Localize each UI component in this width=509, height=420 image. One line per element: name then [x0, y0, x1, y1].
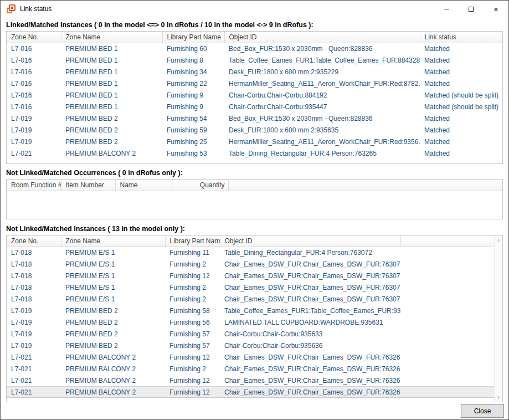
table-cell: PREMIUM BED 2	[61, 340, 165, 351]
col-object-id: Object ID	[224, 32, 420, 43]
table-cell: PREMIUM BED 2	[61, 305, 165, 316]
close-window-button[interactable]: ×	[484, 1, 508, 17]
table-cell: PREMIUM BED 2	[61, 112, 162, 124]
table-row[interactable]: L7-018PREMIUM E/S 1Furnishing 2Chair_Eam…	[7, 281, 496, 293]
table-cell: Furnishing 58	[165, 305, 220, 316]
linked-instances-heading: Linked/Matched Instances ( 0 in the mode…	[6, 21, 503, 29]
table-row[interactable]: L7-019PREMIUM BED 2Furnishing 54Bed_Box_…	[7, 112, 503, 124]
table-row[interactable]: L7-016PREMIUM BED 1Furnishing 60Bed_Box_…	[7, 43, 503, 54]
table-cell	[400, 270, 496, 281]
table-row[interactable]: L7-016PREMIUM BED 1Furnishing 9Chair-Cor…	[7, 89, 503, 101]
table-row[interactable]: L7-018PREMIUM E/S 1Furnishing 2Chair_Eam…	[7, 293, 496, 305]
table-cell: L7-018	[7, 258, 61, 270]
table-row[interactable]: L7-016PREMIUM BED 1Furnishing 22HermanMi…	[7, 78, 503, 89]
table-cell: Chair-Corbu:Chair-Corbu:935633	[220, 328, 400, 340]
table-cell: Furnishing 57	[165, 328, 220, 340]
col-name: Name	[115, 180, 172, 191]
table-cell: L7-018	[7, 270, 61, 281]
heading-text: Linked/Matched Instances (	[6, 21, 99, 29]
table-cell: Chair_Eames_DSW_FUR:Chair_Eames_DSW_FUR:…	[220, 281, 400, 293]
table-row[interactable]: L7-021PREMIUM BALCONY 2Furnishing 2Chair…	[7, 363, 496, 375]
table-cell: Chair_Eames_DSW_FUR:Chair_Eames_DSW_FUR:…	[220, 386, 400, 398]
table-row[interactable]: L7-021PREMIUM BALCONY 2Furnishing 12Chai…	[7, 375, 496, 386]
not-linked-occurrences-heading: Not Linked/Matched Occurrences ( 0 in dR…	[6, 169, 503, 177]
table-cell: Chair_Eames_DSW_FUR:Chair_Eames_DSW_FUR:…	[220, 375, 400, 386]
table-row[interactable]: L7-021PREMIUM BALCONY 2Furnishing 53Tabl…	[7, 147, 503, 159]
maximize-icon	[469, 7, 474, 12]
table-row[interactable]: L7-021PREMIUM BALCONY 2Furnishing 12Chai…	[7, 386, 496, 398]
scroll-down-icon[interactable]: ∨	[495, 393, 502, 402]
vertical-scrollbar[interactable]: ∧ ∨	[494, 235, 502, 403]
close-button[interactable]: Close	[461, 404, 504, 418]
not-linked-instances-table: Zone No. Zone Name Library Part Name Obj…	[6, 235, 503, 403]
table-cell: Table_Coffee_Eames_FUR1:Table_Coffee_Eam…	[220, 305, 400, 316]
table-cell: Furnishing 12	[165, 270, 220, 281]
table-cell: Bed_Box_FUR:1530 x 2030mm - Queen:828836	[224, 112, 420, 124]
table-cell: Furnishing 9	[162, 101, 224, 112]
table-cell: L7-019	[7, 136, 61, 147]
linked-instances-table: Zone No. Zone Name Library Part Name Obj…	[6, 31, 503, 164]
table-cell: Furnishing 53	[162, 147, 224, 159]
table-row[interactable]: L7-019PREMIUM BED 2Furnishing 57Chair-Co…	[7, 340, 496, 351]
table-cell: PREMIUM BED 1	[61, 66, 162, 78]
table-cell: PREMIUM BALCONY 2	[61, 375, 165, 386]
table-row[interactable]: L7-021PREMIUM BALCONY 2Furnishing 12Chai…	[7, 351, 496, 363]
table-cell: Bed_Box_FUR:1530 x 2030mm - Queen:828836	[224, 43, 420, 54]
table-cell: Chair_Eames_DSW_FUR:Chair_Eames_DSW_FUR:…	[220, 363, 400, 375]
not-linked-instances-heading: Not Linked/Matched Instances ( 13 in the…	[6, 225, 503, 233]
table-cell: PREMIUM BED 2	[61, 328, 165, 340]
table-header-row: Zone No. Zone Name Library Part Name Obj…	[7, 32, 503, 43]
table-cell: PREMIUM BED 2	[61, 316, 165, 328]
table-cell: PREMIUM E/S 1	[61, 293, 165, 305]
table-row[interactable]: L7-019PREMIUM BED 2Furnishing 57Chair-Co…	[7, 328, 496, 340]
table-cell	[400, 305, 496, 316]
table-cell: HermanMiller_Seating_AE11_Aeron_WorkChai…	[224, 136, 420, 147]
scroll-up-icon[interactable]: ∧	[495, 237, 502, 245]
count-drofus-only: 0	[122, 169, 126, 177]
minimize-button[interactable]	[434, 1, 459, 17]
table-cell: Chair_Eames_DSW_FUR:Chair_Eames_DSW_FUR:…	[220, 270, 400, 281]
table-cell: L7-019	[7, 124, 61, 136]
table-cell: Matched	[420, 147, 503, 159]
col-zone-name: Zone Name	[61, 32, 162, 43]
count-drofus-matched: 9	[269, 21, 273, 29]
table-cell: Matched (should be split)	[420, 89, 503, 101]
table-row[interactable]: L7-019PREMIUM BED 2Furnishing 58Table_Co…	[7, 305, 496, 316]
table-cell: PREMIUM E/S 1	[61, 281, 165, 293]
table-row[interactable]: L7-016PREMIUM BED 1Furnishing 34Desk_FUR…	[7, 66, 503, 78]
table-cell: L7-018	[7, 281, 61, 293]
table-cell: L7-019	[7, 340, 61, 351]
table-row[interactable]: L7-019PREMIUM BED 2Furnishing 59Desk_FUR…	[7, 124, 503, 136]
col-room-function: Room Function #:	[7, 180, 61, 191]
table-cell: PREMIUM BALCONY 2	[61, 351, 165, 363]
table-cell: Matched	[420, 54, 503, 66]
table-row[interactable]: L7-018PREMIUM E/S 1Furnishing 12Chair_Ea…	[7, 270, 496, 281]
table-header-row: Zone No. Zone Name Library Part Name Obj…	[7, 235, 496, 247]
col-link-status: Link status	[420, 32, 503, 43]
table-cell	[400, 375, 496, 386]
footer-bar: Close	[1, 402, 508, 419]
table-row[interactable]: L7-019PREMIUM BED 2Furnishing 25HermanMi…	[7, 136, 503, 147]
table-cell: Chair-Corbu:Chair-Corbu:935447	[224, 101, 420, 112]
table-row[interactable]: L7-018PREMIUM E/S 1Furnishing 2Chair_Eam…	[7, 258, 496, 270]
table-cell: Furnishing 56	[165, 316, 220, 328]
table-cell	[400, 293, 496, 305]
table-cell: Furnishing 57	[165, 340, 220, 351]
table-row[interactable]: L7-019PREMIUM BED 2Furnishing 56LAMINATE…	[7, 316, 496, 328]
table-row[interactable]: L7-018PREMIUM E/S 1Furnishing 11Table_Di…	[7, 247, 496, 258]
table-cell: L7-021	[7, 386, 61, 398]
table-cell: Furnishing 25	[162, 136, 224, 147]
table-cell: Furnishing 11	[165, 247, 220, 258]
table-cell: L7-018	[7, 247, 61, 258]
table-cell: Furnishing 8	[162, 54, 224, 66]
table-row[interactable]: L7-016PREMIUM BED 1Furnishing 9Chair-Cor…	[7, 101, 503, 112]
table-cell: Furnishing 9	[162, 89, 224, 101]
table-cell: PREMIUM BED 2	[61, 136, 162, 147]
table-row[interactable]: L7-016PREMIUM BED 1Furnishing 8Table_Cof…	[7, 54, 503, 66]
table-cell: PREMIUM BALCONY 2	[61, 363, 165, 375]
table-cell: Table_Dining_Rectangular_FUR:4 Person:76…	[224, 147, 420, 159]
maximize-button[interactable]	[459, 1, 484, 17]
table-cell: Chair_Eames_DSW_FUR:Chair_Eames_DSW_FUR:…	[220, 258, 400, 270]
table-cell: Furnishing 12	[165, 351, 220, 363]
table-cell: Furnishing 22	[162, 78, 224, 89]
